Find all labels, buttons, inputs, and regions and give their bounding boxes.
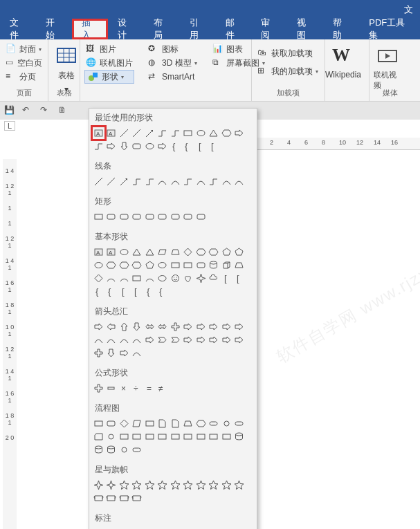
shape-item[interactable] [182, 259, 195, 272]
menu-design[interactable]: 设计 [108, 19, 144, 39]
shape-item[interactable] [131, 492, 144, 505]
shape-item[interactable] [220, 320, 233, 333]
pictures-button[interactable]: 🖼 图片 [84, 42, 134, 56]
shape-item[interactable] [156, 210, 170, 223]
shape-item[interactable] [118, 443, 131, 456]
shape-item[interactable] [220, 479, 233, 492]
shape-item[interactable] [92, 382, 105, 395]
shape-item[interactable] [131, 272, 144, 285]
shape-item[interactable] [92, 259, 105, 272]
shape-item[interactable] [220, 127, 233, 140]
shape-item[interactable] [169, 245, 182, 259]
shape-item[interactable] [194, 333, 208, 346]
shape-item[interactable] [182, 272, 195, 285]
shape-item[interactable] [131, 430, 144, 443]
shape-item[interactable] [208, 333, 221, 346]
shape-item[interactable] [169, 175, 182, 188]
shape-item[interactable]: { [143, 285, 156, 298]
shape-item[interactable] [182, 417, 195, 430]
shape-item[interactable] [105, 417, 118, 430]
shape-item[interactable] [131, 175, 144, 188]
shape-item[interactable] [169, 259, 182, 272]
shape-item[interactable] [105, 175, 118, 188]
shape-item[interactable] [92, 417, 105, 430]
shape-item[interactable] [194, 127, 208, 140]
shape-item[interactable] [105, 382, 118, 395]
menu-file[interactable]: 文件 [0, 19, 36, 39]
shape-item[interactable] [131, 140, 144, 153]
shape-item[interactable] [118, 346, 131, 360]
shape-item[interactable] [118, 417, 131, 430]
shape-item[interactable] [131, 245, 144, 259]
shape-item[interactable] [194, 479, 208, 492]
shape-item[interactable]: [ [194, 140, 208, 153]
menu-review[interactable]: 审阅 [251, 19, 287, 39]
shape-item[interactable]: [ [118, 285, 131, 298]
shape-item[interactable] [131, 443, 144, 456]
shape-item[interactable] [118, 127, 131, 140]
shape-item[interactable] [156, 479, 170, 492]
shape-item[interactable] [156, 333, 170, 346]
shape-item[interactable] [182, 479, 195, 492]
shape-item[interactable] [92, 443, 105, 456]
shape-item[interactable] [92, 272, 105, 285]
shape-item[interactable]: A [105, 245, 118, 259]
shape-item[interactable] [92, 210, 105, 223]
shape-item[interactable]: A [92, 127, 105, 140]
shape-item[interactable] [156, 245, 170, 259]
shape-item[interactable] [105, 259, 118, 272]
shape-item[interactable]: [ [131, 285, 144, 298]
shape-item[interactable] [92, 492, 105, 505]
save-icon[interactable]: 💾 [4, 105, 15, 116]
shape-item[interactable] [194, 320, 208, 333]
get-addins-button[interactable]: 🛍 获取加载项 [256, 46, 320, 60]
shape-item[interactable] [92, 430, 105, 443]
shape-item[interactable] [105, 140, 118, 153]
shape-item[interactable] [118, 272, 131, 285]
shape-item[interactable] [194, 210, 208, 223]
blank-page-button[interactable]: ▭ 空白页 [4, 56, 44, 70]
shape-item[interactable] [233, 479, 246, 492]
shape-item[interactable] [143, 259, 156, 272]
shape-item[interactable] [118, 479, 131, 492]
shape-item[interactable] [105, 320, 118, 333]
shape-item[interactable] [143, 333, 156, 346]
shape-item[interactable] [194, 430, 208, 443]
shape-item[interactable] [233, 417, 246, 430]
shape-item[interactable] [169, 479, 182, 492]
shape-item[interactable]: [ [208, 140, 221, 153]
shape-item[interactable] [118, 210, 131, 223]
shape-item[interactable] [169, 127, 182, 140]
shape-item[interactable] [169, 210, 182, 223]
online-pictures-button[interactable]: 🌐 联机图片 [84, 56, 134, 70]
shape-item[interactable] [208, 320, 221, 333]
shape-item[interactable] [143, 417, 156, 430]
shape-item[interactable] [92, 140, 105, 153]
shape-item[interactable] [105, 430, 118, 443]
shape-item[interactable] [233, 175, 246, 188]
shape-item[interactable] [182, 320, 195, 333]
shape-item[interactable] [143, 479, 156, 492]
smartart-button[interactable]: ⇄ SmartArt [147, 70, 199, 84]
shape-item[interactable] [208, 430, 221, 443]
redo-icon[interactable]: ↷ [40, 105, 51, 116]
shape-item[interactable] [118, 320, 131, 333]
menu-insert[interactable]: 插入 [72, 19, 108, 39]
cover-page-button[interactable]: 📄 封面 ▾ [4, 42, 44, 56]
shape-item[interactable] [156, 127, 170, 140]
shape-item[interactable] [118, 259, 131, 272]
shape-item[interactable] [208, 175, 221, 188]
shape-item[interactable] [143, 272, 156, 285]
shape-item[interactable] [131, 210, 144, 223]
shape-item[interactable] [233, 245, 246, 259]
shape-item[interactable] [156, 272, 170, 285]
shape-item[interactable]: [ [220, 272, 233, 285]
shapes-button[interactable]: 形状 ▾ [84, 70, 134, 84]
shape-item[interactable] [131, 417, 144, 430]
model3d-button[interactable]: ◍ 3D 模型 ▾ [147, 56, 199, 70]
wikipedia-button[interactable]: W Wikipedia [329, 42, 357, 88]
shape-item[interactable]: ÷ [131, 382, 144, 395]
shape-item[interactable] [143, 127, 156, 140]
shape-item[interactable] [143, 430, 156, 443]
shape-item[interactable] [92, 175, 105, 188]
